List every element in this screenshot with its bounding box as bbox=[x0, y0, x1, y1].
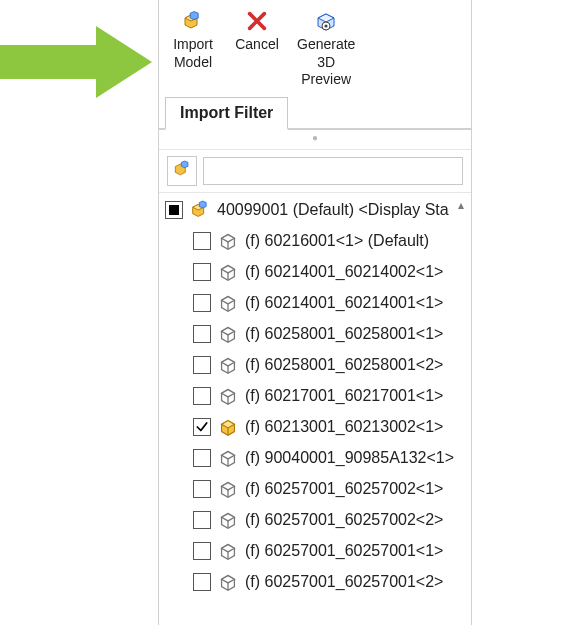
tree-item[interactable]: (f) 60257001_60257001<2> bbox=[159, 567, 471, 598]
tree-item[interactable]: (f) 60257001_60257002<2> bbox=[159, 505, 471, 536]
tree-item-label: (f) 60217001_60217001<1> bbox=[245, 387, 443, 405]
part-outline-icon bbox=[217, 571, 239, 593]
tree-item-label: (f) 60213001_60213002<1> bbox=[245, 418, 443, 436]
part-outline-icon bbox=[217, 261, 239, 283]
tab-import-filter-label: Import Filter bbox=[180, 104, 273, 121]
model-tree: ▴ 40099001 (Default) <Display Sta(f) 602… bbox=[159, 193, 471, 626]
scroll-up-icon[interactable]: ▴ bbox=[453, 197, 469, 213]
tree-item-label: (f) 60257001_60257001<2> bbox=[245, 573, 443, 591]
assembly-icon bbox=[181, 10, 205, 34]
generate-3d-preview-button[interactable]: Generate3DPreview bbox=[293, 8, 359, 91]
filter-input[interactable] bbox=[203, 157, 463, 185]
tree-item-label: (f) 60258001_60258001<1> bbox=[245, 325, 443, 343]
cancel-label: Cancel bbox=[235, 36, 279, 54]
tree-item[interactable]: (f) 60213001_60213002<1> bbox=[159, 412, 471, 443]
part-outline-icon bbox=[217, 354, 239, 376]
tree-item-label: (f) 60214001_60214002<1> bbox=[245, 263, 443, 281]
assembly-icon bbox=[189, 199, 211, 221]
checkbox[interactable] bbox=[193, 542, 211, 560]
checkbox[interactable] bbox=[193, 449, 211, 467]
tree-item-label: (f) 60216001<1> (Default) bbox=[245, 232, 429, 250]
preview-cube-icon bbox=[314, 10, 338, 34]
part-outline-icon bbox=[217, 509, 239, 531]
import-panel: ImportModel Cancel Generate3DPreview bbox=[158, 0, 472, 625]
checkbox[interactable] bbox=[193, 325, 211, 343]
assembly-small-icon bbox=[172, 159, 192, 182]
filter-row bbox=[159, 150, 471, 193]
panel-drag-handle-icon[interactable]: ● bbox=[159, 130, 471, 150]
checkbox[interactable] bbox=[193, 263, 211, 281]
tree-root[interactable]: 40099001 (Default) <Display Sta bbox=[159, 195, 471, 226]
svg-marker-2 bbox=[190, 12, 198, 20]
checkbox[interactable] bbox=[193, 511, 211, 529]
tab-bar: Import Filter bbox=[159, 95, 471, 130]
checkbox[interactable] bbox=[193, 232, 211, 250]
checkbox[interactable] bbox=[193, 387, 211, 405]
part-outline-icon bbox=[217, 447, 239, 469]
checkbox[interactable] bbox=[193, 294, 211, 312]
part-outline-icon bbox=[217, 385, 239, 407]
import-model-label: ImportModel bbox=[173, 36, 213, 71]
checkbox[interactable] bbox=[165, 201, 183, 219]
generate-preview-label: Generate3DPreview bbox=[297, 36, 355, 89]
tree-item[interactable]: (f) 90040001_90985A132<1> bbox=[159, 443, 471, 474]
tree-item[interactable]: (f) 60257001_60257002<1> bbox=[159, 474, 471, 505]
import-model-button[interactable]: ImportModel bbox=[165, 8, 221, 73]
tree-item[interactable]: (f) 60258001_60258001<1> bbox=[159, 319, 471, 350]
tree-item[interactable]: (f) 60214001_60214001<1> bbox=[159, 288, 471, 319]
cancel-button[interactable]: Cancel bbox=[229, 8, 285, 56]
part-outline-icon bbox=[217, 478, 239, 500]
tab-import-filter[interactable]: Import Filter bbox=[165, 97, 288, 130]
tree-item[interactable]: (f) 60257001_60257001<1> bbox=[159, 536, 471, 567]
part-outline-icon bbox=[217, 230, 239, 252]
tree-root-label: 40099001 (Default) <Display Sta bbox=[217, 201, 449, 219]
svg-point-6 bbox=[325, 24, 328, 27]
checkbox[interactable] bbox=[193, 356, 211, 374]
part-outline-icon bbox=[217, 540, 239, 562]
part-outline-icon bbox=[217, 323, 239, 345]
tree-item-label: (f) 60214001_60214001<1> bbox=[245, 294, 443, 312]
tree-item-label: (f) 60257001_60257002<2> bbox=[245, 511, 443, 529]
tree-item[interactable]: (f) 60217001_60217001<1> bbox=[159, 381, 471, 412]
pointer-arrow bbox=[0, 26, 152, 98]
part-solid-icon bbox=[217, 416, 239, 438]
svg-marker-8 bbox=[181, 161, 188, 168]
show-assemblies-toggle[interactable] bbox=[167, 156, 197, 186]
tree-item-label: (f) 60258001_60258001<2> bbox=[245, 356, 443, 374]
tree-item[interactable]: (f) 60258001_60258001<2> bbox=[159, 350, 471, 381]
tree-item-label: (f) 60257001_60257002<1> bbox=[245, 480, 443, 498]
checkbox[interactable] bbox=[193, 418, 211, 436]
tree-item-label: (f) 90040001_90985A132<1> bbox=[245, 449, 454, 467]
tree-item[interactable]: (f) 60214001_60214002<1> bbox=[159, 257, 471, 288]
close-icon bbox=[245, 10, 269, 34]
checkbox[interactable] bbox=[193, 480, 211, 498]
part-outline-icon bbox=[217, 292, 239, 314]
toolbar: ImportModel Cancel Generate3DPreview bbox=[159, 0, 471, 95]
tree-item[interactable]: (f) 60216001<1> (Default) bbox=[159, 226, 471, 257]
checkbox[interactable] bbox=[193, 573, 211, 591]
tree-item-label: (f) 60257001_60257001<1> bbox=[245, 542, 443, 560]
